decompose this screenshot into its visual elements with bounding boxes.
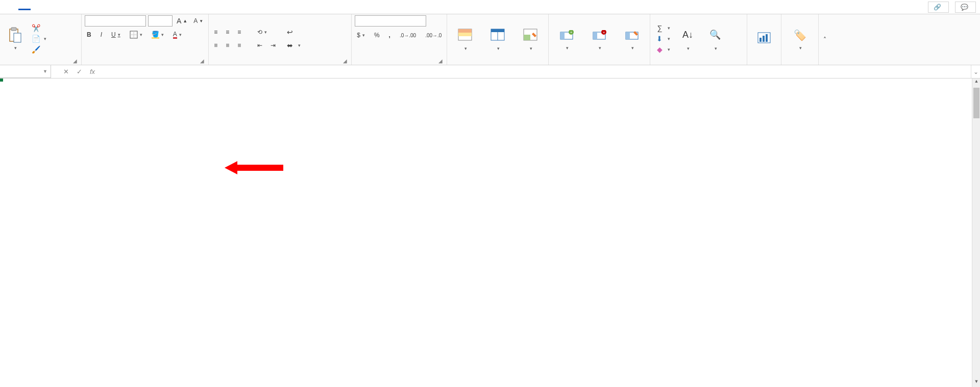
scroll-up-button[interactable]: ▲ xyxy=(972,79,980,87)
number-launcher[interactable]: ◢ xyxy=(438,58,443,64)
group-analysis xyxy=(747,14,781,65)
delete-cells-button[interactable]: × xyxy=(584,27,614,50)
increase-decimal-button[interactable]: .0→.00 xyxy=(398,32,418,39)
tab-developer[interactable] xyxy=(118,5,131,10)
spreadsheet-area[interactable]: ▲ ▼ xyxy=(0,79,980,387)
insert-cells-button[interactable]: + xyxy=(552,27,581,50)
scroll-thumb[interactable] xyxy=(973,88,979,118)
collapse-ribbon-button[interactable]: ˄ xyxy=(819,14,831,65)
italic-button[interactable]: I xyxy=(99,30,104,39)
svg-rect-13 xyxy=(524,35,530,40)
wrap-icon: ↩ xyxy=(286,28,294,36)
analyze-data-button[interactable] xyxy=(750,30,778,48)
enter-formula-button[interactable]: ✓ xyxy=(72,68,86,75)
brush-icon: 🖌️ xyxy=(32,45,40,54)
merge-center-button[interactable]: ⬌ xyxy=(284,40,303,50)
svg-rect-1 xyxy=(11,28,16,31)
accounting-format-button[interactable]: $ xyxy=(355,31,367,40)
font-size-select[interactable] xyxy=(148,15,173,27)
font-color-button[interactable]: A xyxy=(171,30,184,40)
wrap-text-button[interactable]: ↩ xyxy=(284,27,303,37)
group-sensitivity: 🏷️ xyxy=(781,14,819,65)
merge-icon: ⬌ xyxy=(286,41,294,49)
align-center-button[interactable]: ≡ xyxy=(224,41,231,50)
clear-button[interactable]: ◆ xyxy=(653,44,672,55)
conditional-formatting-button[interactable] xyxy=(450,27,480,51)
number-format-select[interactable] xyxy=(355,15,426,27)
font-launcher[interactable]: ◢ xyxy=(200,58,204,64)
fill-button[interactable]: ⬇ xyxy=(653,34,672,44)
comments-button[interactable]: 💬 xyxy=(955,2,976,13)
cut-button[interactable]: ✂️ xyxy=(30,23,48,33)
insert-function-button[interactable]: fx xyxy=(86,68,99,75)
sort-icon: A↓ xyxy=(679,27,696,43)
svg-text:×: × xyxy=(603,30,605,35)
align-right-button[interactable]: ≡ xyxy=(235,41,243,50)
cancel-formula-button[interactable]: ✕ xyxy=(59,68,72,75)
cell-styles-button[interactable] xyxy=(516,27,545,51)
name-box[interactable]: ▼ xyxy=(0,65,51,78)
find-select-button[interactable]: 🔍 xyxy=(703,27,727,51)
bold-button[interactable]: B xyxy=(85,30,93,39)
copy-button[interactable]: 📄 xyxy=(30,34,48,44)
decrease-indent-button[interactable]: ⇤ xyxy=(255,41,264,50)
tab-page-layout[interactable] xyxy=(47,5,59,10)
paste-icon xyxy=(7,27,23,43)
format-painter-button[interactable]: 🖌️ xyxy=(30,44,48,55)
formula-input[interactable] xyxy=(99,65,971,78)
svg-rect-25 xyxy=(760,38,762,42)
group-editing: ∑ ⬇ ◆ A↓ 🔍 xyxy=(650,14,747,65)
fill-color-button[interactable]: 🪣 xyxy=(150,30,166,40)
align-top-button[interactable]: ≡ xyxy=(212,28,219,37)
svg-rect-23 xyxy=(626,32,630,39)
scissors-icon: ✂️ xyxy=(32,24,40,32)
vertical-scrollbar[interactable]: ▲ ▼ xyxy=(972,79,980,387)
align-left-button[interactable]: ≡ xyxy=(212,41,219,50)
cond-format-icon xyxy=(457,27,473,43)
decrease-decimal-button[interactable]: .00→.0 xyxy=(423,32,444,39)
align-bottom-button[interactable]: ≡ xyxy=(235,28,243,37)
increase-font-button[interactable]: A▲ xyxy=(175,16,189,26)
comma-format-button[interactable]: , xyxy=(387,31,393,40)
tab-view[interactable] xyxy=(104,5,116,10)
sort-filter-button[interactable]: A↓ xyxy=(675,27,700,51)
group-number: $ % , .0→.00 .00→.0 ◢ xyxy=(352,14,447,65)
arrow-annotation xyxy=(225,160,286,175)
sensitivity-button[interactable]: 🏷️ xyxy=(785,27,815,50)
tab-file[interactable] xyxy=(4,5,16,10)
tab-review[interactable] xyxy=(90,5,102,10)
expand-formula-bar-button[interactable]: ⌄ xyxy=(971,65,980,78)
scroll-down-button[interactable]: ▼ xyxy=(972,379,980,387)
group-clipboard: ✂️ 📄 🖌️ ◢ xyxy=(0,14,82,65)
comment-icon: 💬 xyxy=(961,4,968,11)
underline-button[interactable]: U xyxy=(109,30,122,39)
clipboard-launcher[interactable]: ◢ xyxy=(73,58,77,64)
align-middle-button[interactable]: ≡ xyxy=(224,28,231,37)
copy-icon: 📄 xyxy=(32,35,40,43)
group-alignment: ≡ ≡ ≡ ⟲ ≡ ≡ ≡ ⇤ ⇥ ↩ ⬌ ◢ xyxy=(209,14,352,65)
eraser-icon: ◆ xyxy=(655,45,664,54)
share-button[interactable]: 🔗 xyxy=(928,2,949,13)
tab-help[interactable] xyxy=(133,5,145,10)
autosum-button[interactable]: ∑ xyxy=(653,23,672,33)
font-name-select[interactable] xyxy=(85,15,146,27)
orientation-button[interactable]: ⟲ xyxy=(255,28,269,37)
format-as-table-button[interactable] xyxy=(483,27,512,51)
table-icon xyxy=(489,27,506,43)
cell-styles-icon xyxy=(522,27,538,43)
group-font: A▲ A▼ B I U 🪣 A ◢ xyxy=(82,14,209,65)
paste-button[interactable] xyxy=(3,27,27,50)
borders-button[interactable] xyxy=(128,30,144,40)
percent-format-button[interactable]: % xyxy=(372,31,382,40)
svg-rect-26 xyxy=(763,36,765,42)
formula-bar: ▼ ✕ ✓ fx ⌄ xyxy=(0,65,980,79)
tab-data[interactable] xyxy=(76,5,88,10)
increase-indent-button[interactable]: ⇥ xyxy=(268,41,278,50)
tab-formulas[interactable] xyxy=(61,5,74,10)
fill-handle[interactable] xyxy=(0,79,3,82)
alignment-launcher[interactable]: ◢ xyxy=(343,58,347,64)
tab-insert[interactable] xyxy=(33,5,45,10)
format-cells-button[interactable] xyxy=(617,27,647,50)
decrease-font-button[interactable]: A▼ xyxy=(191,16,205,25)
tab-home[interactable] xyxy=(18,4,31,10)
